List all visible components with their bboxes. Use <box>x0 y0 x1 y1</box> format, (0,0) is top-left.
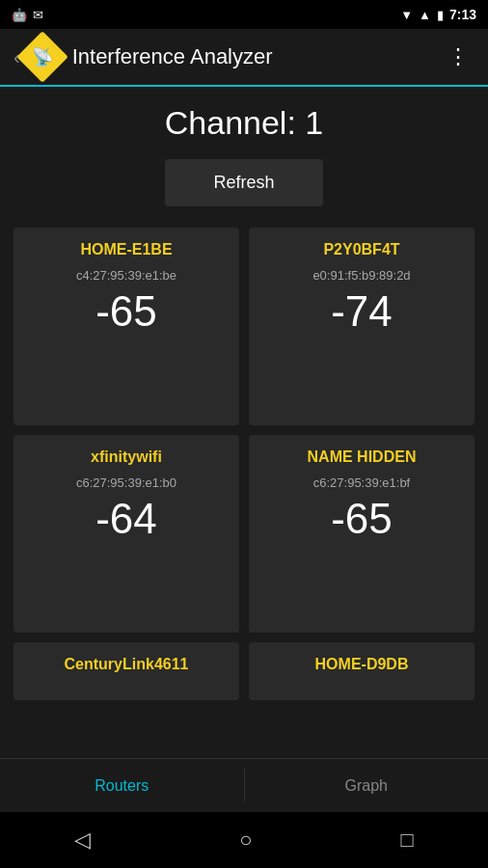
status-bar-right: ▼ ▲ ▮ 7:13 <box>400 7 476 22</box>
channel-title: Channel: 1 <box>165 104 323 142</box>
tab-routers-label: Routers <box>95 777 149 795</box>
router-card-1: P2Y0BF4T e0:91:f5:b9:89:2d -74 <box>249 228 474 425</box>
nav-bar: ◁ ○ □ <box>0 812 488 868</box>
tab-routers[interactable]: Routers <box>0 759 244 812</box>
android-icon: 🤖 <box>12 8 27 22</box>
antenna-icon: 📡 <box>32 46 53 68</box>
wifi-icon: ▼ <box>400 8 413 22</box>
router-name-3: NAME HIDDEN <box>308 448 417 466</box>
router-mac-0: c4:27:95:39:e1:be <box>76 268 176 283</box>
router-card-4: CenturyLink4611 <box>14 642 239 700</box>
router-signal-0: -65 <box>95 290 157 333</box>
app-logo: 📡 <box>16 31 68 83</box>
router-signal-2: -64 <box>95 498 157 540</box>
nav-recents-button[interactable]: □ <box>382 820 433 860</box>
signal-icon: ▲ <box>419 8 431 22</box>
tab-graph[interactable]: Graph <box>245 759 489 812</box>
message-icon: ✉ <box>33 8 43 22</box>
tab-graph-label: Graph <box>345 777 388 795</box>
app-bar: ‹ 📡 Interference Analyzer ⋮ <box>0 29 488 87</box>
refresh-button[interactable]: Refresh <box>165 159 322 206</box>
clock: 7:13 <box>449 7 476 22</box>
router-name-0: HOME-E1BE <box>80 241 172 258</box>
app-title: Interference Analyzer <box>72 44 442 69</box>
router-card-5: HOME-D9DB <box>249 642 474 700</box>
router-mac-1: e0:91:f5:b9:89:2d <box>312 268 410 283</box>
router-name-1: P2Y0BF4T <box>323 241 399 258</box>
nav-home-button[interactable]: ○ <box>220 820 271 860</box>
nav-back-button[interactable]: ◁ <box>55 820 110 860</box>
router-mac-3: c6:27:95:39:e1:bf <box>313 475 410 490</box>
status-bar-left: 🤖 ✉ <box>12 8 43 22</box>
router-name-5: HOME-D9DB <box>315 656 409 673</box>
router-name-4: CenturyLink4611 <box>65 656 189 673</box>
router-grid: HOME-E1BE c4:27:95:39:e1:be -65 P2Y0BF4T… <box>14 228 474 758</box>
router-card-3: NAME HIDDEN c6:27:95:39:e1:bf -65 <box>249 435 474 633</box>
router-card-2: xfinitywifi c6:27:95:39:e1:b0 -64 <box>14 435 239 633</box>
bottom-tabs: Routers Graph <box>0 758 488 812</box>
router-mac-2: c6:27:95:39:e1:b0 <box>76 475 176 490</box>
router-name-2: xfinitywifi <box>91 448 162 466</box>
overflow-menu-icon[interactable]: ⋮ <box>442 39 474 75</box>
main-content: Channel: 1 Refresh HOME-E1BE c4:27:95:39… <box>0 87 488 758</box>
router-signal-1: -74 <box>331 290 393 333</box>
battery-icon: ▮ <box>437 8 444 22</box>
router-card-0: HOME-E1BE c4:27:95:39:e1:be -65 <box>14 228 239 425</box>
status-bar: 🤖 ✉ ▼ ▲ ▮ 7:13 <box>0 0 488 29</box>
router-signal-3: -65 <box>331 498 393 540</box>
